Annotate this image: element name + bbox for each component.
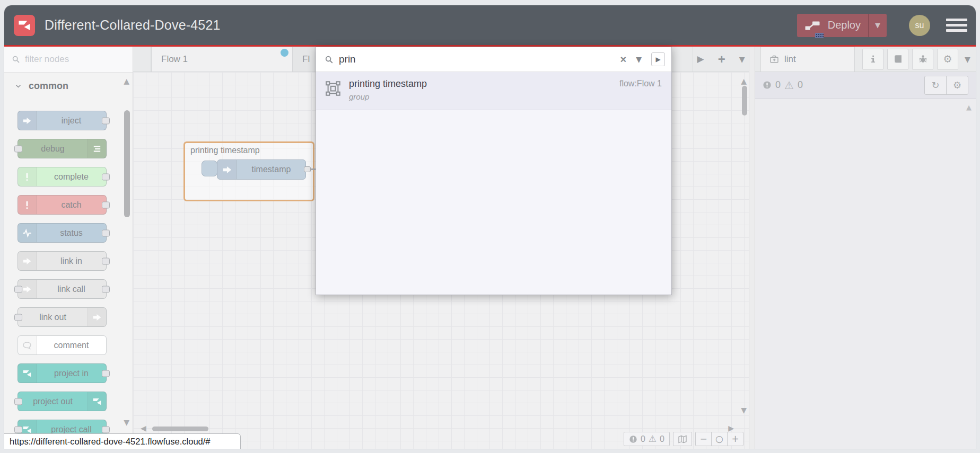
sidebar-tabbar: lint ⚙ ▼ xyxy=(755,47,976,72)
zoom-in-button[interactable]: + xyxy=(727,432,743,446)
bubble-icon xyxy=(18,336,37,354)
flow-group-label: printing timestamp xyxy=(190,146,260,155)
palette-node-link-call[interactable]: link call xyxy=(18,279,107,299)
palette-node-label: catch xyxy=(37,196,106,214)
palette-node-project-in[interactable]: project in xyxy=(18,363,107,383)
palette-node-label: debug xyxy=(18,139,88,158)
tab-flow-1-label: Flow 1 xyxy=(161,54,188,65)
canvas-scroll-up[interactable]: ▲ xyxy=(741,77,747,85)
group-icon xyxy=(325,81,341,96)
node-input-port xyxy=(14,145,22,152)
search-results: printing timestamp group flow:Flow 1 xyxy=(316,72,671,295)
palette-scroll-up[interactable]: ▲ xyxy=(124,77,129,85)
sidebar-buttons: ⚙ xyxy=(862,49,958,70)
canvas-notification-counts[interactable]: 0 ⚠ 0 xyxy=(624,432,670,446)
sidebar-tab-lint[interactable]: lint xyxy=(760,47,855,72)
search-result-item[interactable]: printing timestamp group flow:Flow 1 xyxy=(316,72,671,110)
canvas-scroll-down[interactable]: ▼ xyxy=(741,406,747,414)
palette-node-label: comment xyxy=(37,336,106,354)
node-output-port xyxy=(102,173,110,180)
inject-arrow-icon xyxy=(217,160,237,179)
palette-node-link-in[interactable]: link in xyxy=(18,251,107,271)
help-tab-button[interactable] xyxy=(887,49,908,70)
palette-node-label: project in xyxy=(37,364,106,383)
lint-refresh-button[interactable]: ↻ xyxy=(925,76,946,94)
flow-changed-dot xyxy=(281,49,288,57)
config-tab-button[interactable]: ⚙ xyxy=(937,49,958,70)
palette-filter[interactable]: filter nodes xyxy=(4,47,133,73)
palette-node-label: link call xyxy=(37,280,106,298)
lint-error-count: 0 xyxy=(775,79,781,91)
search-result-flow: flow:Flow 1 xyxy=(619,79,662,88)
zoom-reset-button[interactable]: ○ xyxy=(711,432,727,446)
search-input-row[interactable]: prin × ▼ ▶ xyxy=(316,47,671,72)
bug-icon xyxy=(918,54,928,64)
ff-logo-icon xyxy=(88,392,106,411)
palette-node-inject[interactable]: inject xyxy=(18,111,107,130)
canvas-scroll-left[interactable]: ◀ xyxy=(141,424,146,432)
warning-icon: ⚠ xyxy=(649,434,657,443)
lint-toolbar: 0 ⚠ 0 ↻ ⚙ xyxy=(755,72,976,99)
tab-flow-2[interactable]: Fl xyxy=(293,47,314,72)
error-icon xyxy=(629,435,637,443)
search-history-button[interactable]: ▼ xyxy=(636,56,642,63)
sidebar-tab-list-button[interactable]: ▼ xyxy=(965,56,970,63)
deploy-options-button[interactable]: ▼ xyxy=(868,14,887,37)
deploy-button[interactable]: Deploy ▼ xyxy=(797,14,887,37)
sidebar-resize-gutter[interactable] xyxy=(749,47,755,449)
gear-icon: ⚙ xyxy=(943,54,952,64)
tab-flow-1[interactable]: Flow 1 xyxy=(151,47,293,72)
search-result-type: group xyxy=(349,92,662,101)
search-icon xyxy=(12,55,20,64)
info-tab-button[interactable] xyxy=(862,49,883,70)
palette-node-link-out[interactable]: link out xyxy=(18,307,107,327)
zoom-out-button[interactable]: − xyxy=(696,432,711,446)
arrow-right-icon xyxy=(88,308,106,326)
tabbar-controls: ▶ + ▼ xyxy=(693,47,749,72)
node-output-port xyxy=(102,117,110,124)
palette-node-complete[interactable]: complete xyxy=(18,167,107,186)
canvas-vscrollbar-thumb[interactable] xyxy=(742,86,747,116)
search-expand-button[interactable]: ▶ xyxy=(651,52,665,66)
add-flow-button[interactable]: + xyxy=(718,52,725,67)
palette-node-comment[interactable]: comment xyxy=(18,335,107,355)
palette-scrollbar-thumb[interactable] xyxy=(124,110,130,217)
canvas-hscrollbar-thumb[interactable] xyxy=(152,427,208,431)
node-output-port xyxy=(102,257,110,264)
palette-node-label: complete xyxy=(37,167,106,186)
lint-warning-count: 0 xyxy=(798,79,803,91)
timestamp-node[interactable]: timestamp xyxy=(217,159,306,180)
palette-node-list: injectdebugcompletecatchstatuslink inlin… xyxy=(4,100,133,449)
palette-node-status[interactable]: status xyxy=(18,223,107,243)
error-icon xyxy=(763,81,772,90)
canvas-scroll-right[interactable]: ▶ xyxy=(728,424,734,432)
palette-node-project-out[interactable]: project out xyxy=(18,392,107,411)
zoom-controls: − ○ + xyxy=(695,432,743,446)
minimap-button[interactable] xyxy=(673,432,692,446)
inject-node-button[interactable] xyxy=(202,161,217,176)
node-input-port xyxy=(14,398,22,405)
user-avatar[interactable]: su xyxy=(909,15,930,36)
lint-settings-button[interactable]: ⚙ xyxy=(946,76,968,94)
node-palette: filter nodes common injectdebugcompletec… xyxy=(4,47,133,449)
node-input-port xyxy=(14,314,22,321)
debug-tab-button[interactable] xyxy=(912,49,933,70)
palette-category-common[interactable]: common xyxy=(4,73,133,100)
palette-node-label: status xyxy=(37,224,106,242)
browser-status-url: https://different-collared-dove-4521.flo… xyxy=(4,433,241,449)
sidebar-scroll-up[interactable]: ▲ xyxy=(966,104,972,111)
palette-scroll-down[interactable]: ▼ xyxy=(124,419,129,426)
search-clear-button[interactable]: × xyxy=(620,54,627,66)
info-icon xyxy=(868,54,878,64)
main-menu-button[interactable] xyxy=(946,19,967,32)
palette-node-catch[interactable]: catch xyxy=(18,195,107,215)
timestamp-node-label: timestamp xyxy=(237,160,305,179)
palette-node-debug[interactable]: debug xyxy=(18,139,107,158)
palette-node-label: link out xyxy=(18,308,88,326)
right-sidebar: lint ⚙ ▼ 0 ⚠ 0 ↻ ⚙ xyxy=(755,47,976,449)
deploy-button-main[interactable]: Deploy xyxy=(797,14,868,37)
palette-node-label: link in xyxy=(37,252,106,270)
flow-list-button[interactable]: ▼ xyxy=(739,56,745,63)
next-tab-icon[interactable]: ▶ xyxy=(697,55,704,64)
node-output-port xyxy=(102,229,110,236)
